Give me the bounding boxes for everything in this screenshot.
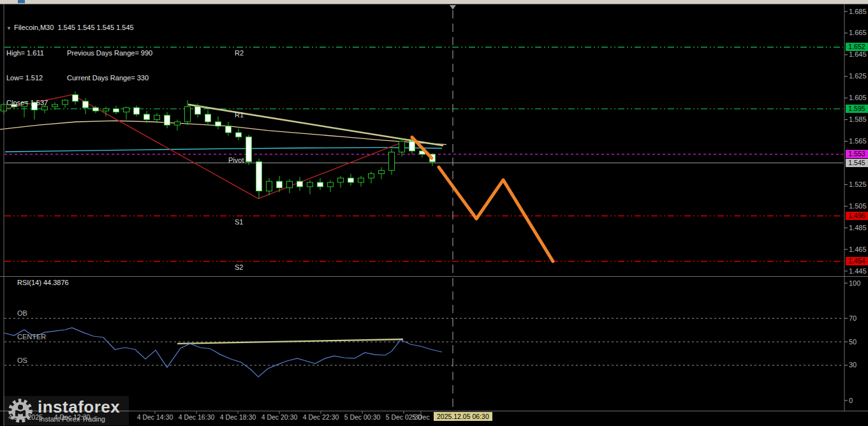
- rsi-line: [4, 328, 442, 377]
- time-axis-label: 5 Dec: [412, 413, 429, 421]
- logo-tagline: Instant Forex Trading: [39, 416, 120, 423]
- rsi-axis-label: 50: [849, 338, 857, 346]
- rsi-level-label-center: CENTER: [17, 333, 46, 341]
- rsi-level-label-ob: OB: [17, 309, 27, 317]
- candle-body: [348, 178, 354, 182]
- price-axis-label: 1.565: [849, 137, 867, 145]
- pivot-level-label-r1: R1: [235, 111, 244, 119]
- rsi-axis-label: 30: [849, 361, 857, 369]
- candle-body: [236, 133, 242, 137]
- candle-body: [379, 170, 385, 173]
- price-badge-1.496: 1.496: [846, 212, 868, 220]
- price-axis-label: 1.505: [849, 202, 867, 210]
- instaforex-logo: instaforex Instant Forex Trading: [4, 396, 129, 425]
- candle-body: [256, 162, 262, 191]
- symbol-title: Filecoin,M30: [14, 24, 54, 31]
- price-axis-label: 1.685: [849, 8, 867, 15]
- rsi-axis-label: 100: [849, 279, 860, 287]
- time-axis-label: 5 Dec 00:30: [344, 413, 381, 421]
- price-axis-label: 1.645: [849, 50, 867, 58]
- symbol-info-line2: High= 1.611Previous Days Range= 990: [6, 49, 152, 57]
- logo-name: instaforex: [38, 399, 120, 415]
- high-value: High= 1.611: [6, 49, 67, 57]
- candle-body: [338, 178, 344, 182]
- time-axis-label: 4 Dec 22:30: [303, 413, 339, 421]
- price-badge-1.553: 1.553: [846, 150, 868, 158]
- symbol-info-line1: ▼Filecoin,M30 1.545 1.545 1.545 1.545: [6, 24, 152, 33]
- gear-icon: [8, 398, 33, 423]
- descending-trendline: [188, 105, 443, 145]
- candle-body: [399, 142, 405, 152]
- current-time-badge: 2025.12.05 06:30: [434, 412, 492, 421]
- pivot-level-label-s1: S1: [235, 218, 243, 226]
- candle-body: [287, 181, 293, 187]
- candle-body: [267, 181, 272, 191]
- curr-range-value: Current Days Range= 330: [67, 74, 149, 82]
- candle-body: [409, 142, 415, 151]
- price-axis-label: 1.605: [849, 94, 867, 101]
- price-badge-1.545: 1.545: [846, 159, 868, 167]
- ma-line-tan: [0, 121, 446, 144]
- candle-body: [185, 106, 191, 122]
- rsi-axis-label: 70: [849, 314, 857, 322]
- prev-range-value: Previous Days Range= 990: [67, 49, 152, 57]
- symbol-info-overlay: ▼Filecoin,M30 1.545 1.545 1.545 1.545 Hi…: [6, 7, 152, 124]
- price-axis-label: 1.665: [849, 29, 867, 36]
- pivot-level-label-r2: R2: [235, 49, 244, 57]
- price-axis-label: 1.485: [849, 224, 867, 231]
- pivot-level-label-pivot: Pivot: [228, 156, 244, 164]
- candle-body: [369, 173, 374, 178]
- candle-body: [175, 122, 180, 125]
- candle-body: [165, 115, 170, 125]
- price-badge-1.652: 1.652: [846, 43, 868, 51]
- candle-body: [297, 181, 303, 187]
- rsi-level-label-os: OS: [17, 356, 27, 364]
- price-axis-label: 1.525: [849, 180, 867, 188]
- candle-body: [358, 178, 364, 182]
- rsi-indicator-label: RSI(14) 44.3876: [17, 279, 69, 286]
- rsi-trendline: [177, 339, 403, 344]
- price-axis-label: 1.625: [849, 72, 867, 80]
- time-axis-label: 4 Dec 18:30: [220, 413, 256, 421]
- candle-body: [154, 115, 160, 120]
- candle-body: [318, 182, 323, 187]
- collapse-triangle-icon[interactable]: ▼: [6, 26, 11, 31]
- time-axis-label: 4 Dec 20:30: [261, 413, 298, 421]
- rsi-axis-label: 0: [849, 397, 853, 404]
- candle-body: [195, 106, 201, 114]
- candle-body: [226, 126, 232, 133]
- pivot-level-label-s2: S2: [235, 263, 243, 271]
- low-value: Low= 1.512: [6, 74, 67, 82]
- price-badge-1.595: 1.595: [846, 105, 868, 113]
- candle-body: [277, 181, 283, 187]
- vline-top-marker-icon: [450, 5, 456, 10]
- forecast-segment: [439, 167, 553, 261]
- candle-body: [216, 122, 221, 126]
- candle-body: [328, 182, 334, 187]
- mt4-chart-window: ▼Filecoin,M30 1.545 1.545 1.545 1.545 Hi…: [0, 0, 868, 426]
- ma-line-cyan: [5, 147, 442, 152]
- price-badge-1.454: 1.454: [846, 257, 868, 265]
- close-value: Close= 1.537: [6, 99, 48, 106]
- candle-body: [389, 152, 395, 171]
- symbol-info-line3: Low= 1.512Current Days Range= 330: [6, 74, 152, 82]
- price-axis-label: 1.445: [849, 267, 867, 275]
- candle-body: [205, 114, 211, 122]
- price-axis-label: 1.465: [849, 246, 867, 253]
- candle-body: [246, 137, 252, 162]
- candle-body: [307, 182, 313, 187]
- symbol-quotes: 1.545 1.545 1.545 1.545: [57, 24, 133, 31]
- time-axis-label: 4 Dec 16:30: [179, 413, 215, 421]
- time-axis-label: 4 Dec 14:30: [137, 413, 173, 421]
- symbol-info-line4: Close= 1.537: [6, 99, 152, 107]
- price-axis-label: 1.585: [849, 115, 867, 123]
